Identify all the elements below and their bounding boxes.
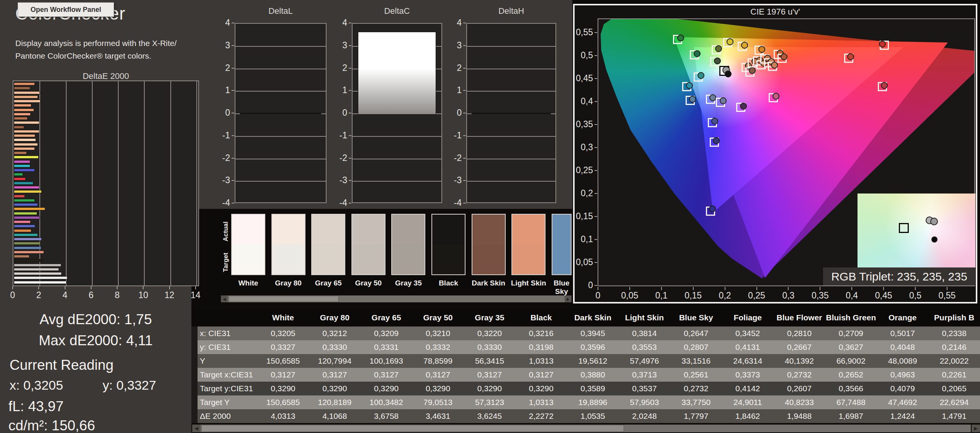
cie-measured-dot [758,46,765,53]
deltae2000-bar [14,229,31,232]
deltae2000-bar [14,147,35,150]
table-cell: 0,3198 [515,340,567,354]
table-cell: 0,4048 [877,340,928,354]
delta_l-gridline [235,159,326,159]
delta_h-tick-mark [463,23,466,23]
table-cell: 0,3327 [257,340,309,354]
delta_c-tick-label: 1 [329,85,347,95]
swatch-label: White [228,279,268,287]
deltae2000-tick-mark [91,286,91,289]
deltae2000-bar [14,169,35,172]
delta_h-tick-mark [463,113,466,113]
cie-y-tick-mark [595,147,597,148]
swatch-white[interactable] [231,214,265,275]
table-row-label: Y [198,354,257,368]
table-cell: 1,7797 [670,409,722,423]
cie-measured-dot [773,93,779,100]
measurement-table: WhiteGray 80Gray 65Gray 50Gray 35BlackDa… [191,309,980,424]
cie-y-tick-mark [595,239,597,240]
table-cell: 0,3290 [412,382,464,395]
deltae2000-bar [14,268,59,271]
table-cell: 0,3589 [567,382,619,395]
deltae2000-tick-label: 12 [162,290,177,300]
table-row-lead-cell [191,340,198,354]
table-scroll-right-button[interactable]: ▶ [972,425,980,432]
delta_l-tick-label: -1 [212,130,230,141]
delta_l-tick-label: -2 [212,153,230,163]
cie-x-tick-label: 0,15 [680,290,707,301]
delta_l-gridline [235,136,326,137]
swatch-gray-80[interactable] [271,214,305,275]
table-cell: 1,8462 [722,409,774,423]
swatch-target-color [272,244,305,274]
table-row-label: Target Y [198,395,257,409]
table-cell: 57,3123 [464,395,515,409]
cie-x-tick-label: 0 [585,290,611,301]
table-cell: 0,4142 [722,382,774,395]
delta_c-tick-label: -1 [329,130,347,141]
delta_l-tick-mark [232,158,234,159]
delta_h-tick-label: 4 [443,18,462,28]
swatch-gray-65[interactable] [311,214,345,275]
deltae2000-bar [14,233,38,236]
deltae2000-bar [14,160,30,163]
swatch-gray-35[interactable] [391,214,425,275]
table-cell: 0,2607 [774,382,825,395]
delta_c-tick-label: -4 [329,198,347,208]
deltae2000-bar [14,281,67,284]
delta_l-tick-mark [232,45,234,46]
swatch-scroll-right-button[interactable]: ▶ [565,295,572,302]
table-cell: 4,0313 [257,409,309,423]
cie-x-tick-mark [947,287,947,290]
deltae2000-bar [14,220,31,223]
table-scroll-left-button[interactable]: ◀ [192,425,201,432]
scroll-right-icon: ▶ [974,426,977,431]
table-cell: 0,3331 [361,340,412,354]
table-cell: 0,2652 [825,368,877,382]
swatch-dark-skin[interactable] [472,214,506,275]
table-cell: 3,6245 [464,409,515,423]
delta_l-tick-label: 0 [212,108,230,118]
deltae2000-tick-mark [38,286,39,289]
table-cell: 0,3127 [257,368,309,382]
cie-y-tick-mark [595,216,597,217]
cie-x-tick-mark [629,287,630,290]
deltae2000-tick-label: 14 [188,290,203,300]
delta_h-tick-label: -3 [443,175,462,185]
table-cell: 0,3210 [412,326,464,340]
cie-x-tick-label: 0,25 [743,290,770,301]
deltae2000-bar [14,126,24,129]
table-row: y: CIE310,33270,33300,33310,33320,33300,… [191,340,980,354]
table-cell: 0,3127 [361,368,412,382]
swatch-black[interactable] [431,214,466,275]
deltae2000-bar [14,100,41,103]
table-cell: 100,3482 [361,395,412,409]
deltae2000-tick-label: 4 [57,290,73,300]
delta_l-gridline [235,69,326,69]
delta_h-tick-mark [463,203,466,203]
table-cell: 0,3814 [619,326,670,340]
swatch-gray-50[interactable] [351,214,385,275]
swatch-actual-color [392,215,425,244]
cie-x-tick-mark [756,287,757,290]
table-cell: 24,6314 [722,354,774,368]
table-scrollbar-thumb[interactable] [201,425,624,432]
swatch-scrollbar-thumb[interactable] [229,296,339,302]
app-window: ColorChecker Open Workflow Panel Display… [0,0,980,433]
deltae2000-bar [14,117,28,120]
delta_c-gridline [353,181,441,182]
table-cell: 0,3553 [619,340,670,354]
deltae2000-bar [14,173,23,176]
delta_l-tick-label: -3 [212,175,230,185]
table-row: Y150,6585120,7994100,169378,859956,34151… [191,354,980,368]
table-column-header: White [257,309,309,326]
actual-axis-label: Actual [222,218,230,241]
delta_c-tick-mark [349,158,351,159]
deltac-chart-title: DeltaC [352,6,442,16]
open-workflow-panel-button[interactable]: Open Workflow Panel [18,2,114,17]
table-cell: 0,3290 [309,382,361,395]
cie-y-tick-mark [595,101,597,102]
swatch-light-skin[interactable] [511,214,546,275]
swatch-scroll-left-button[interactable]: ◀ [221,295,228,302]
delta_c-tick-label: 0 [329,108,347,118]
